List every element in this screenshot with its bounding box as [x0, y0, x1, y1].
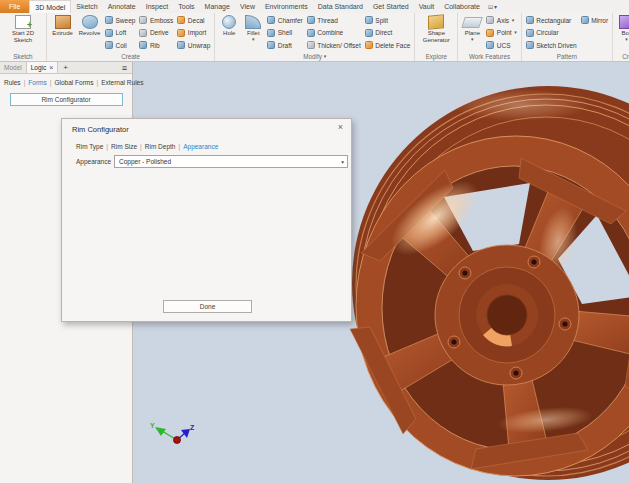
axis-button[interactable]: Axis▾ — [484, 14, 518, 27]
tab-tools[interactable]: Tools — [173, 0, 199, 13]
thread-button[interactable]: Thread — [305, 14, 363, 27]
shape-generator-button[interactable]: Shape Generator — [417, 13, 455, 52]
thread-label: Thread — [317, 17, 338, 24]
circular-pattern-button[interactable]: Circular — [524, 27, 579, 40]
dialog-tabs: Rim Type Rim Size Rim Depth Appearance — [76, 143, 218, 150]
mirror-button[interactable]: Mirror — [579, 14, 610, 27]
extrude-label: Extrude — [52, 30, 73, 37]
ucs-button[interactable]: UCS — [484, 39, 518, 52]
create-section-label: Create — [121, 53, 140, 60]
shape-generator-label: Shape Generator — [417, 30, 455, 43]
tab-get-started[interactable]: Get Started — [368, 0, 414, 13]
z-axis-arrow-icon — [181, 429, 190, 438]
draft-icon — [267, 41, 275, 49]
section-create: Extrude Revolve Sweep Loft Coil Emboss D… — [47, 13, 215, 61]
appearance-dropdown[interactable]: Copper - Polished ▾ — [114, 155, 348, 168]
sketch-driven-button[interactable]: Sketch Driven — [524, 39, 579, 52]
shell-label: Shell — [278, 29, 292, 36]
close-icon[interactable]: × — [49, 64, 53, 71]
shell-icon — [267, 29, 275, 37]
fillet-button[interactable]: Fillet ▾ — [241, 13, 265, 52]
section-work-features: Plane ▾ Axis▾ Point▾ UCS Work Features — [458, 13, 521, 61]
panel-tab-bar: Model Logic × + ≡ — [0, 62, 132, 74]
close-icon[interactable]: × — [338, 122, 343, 132]
add-panel-tab-button[interactable]: + — [58, 63, 73, 72]
unwrap-icon — [177, 41, 185, 49]
dialog-tab-rim-depth[interactable]: Rim Depth — [145, 143, 183, 150]
chamfer-button[interactable]: Chamfer — [265, 14, 304, 27]
rim-configurator-dialog: Rim Configurator × Rim Type Rim Size Rim… — [61, 118, 352, 322]
combine-button[interactable]: Combine — [305, 27, 363, 40]
tab-data-standard[interactable]: Data Standard — [313, 0, 368, 13]
axis-icon — [486, 16, 494, 24]
chevron-down-icon: ▾ — [512, 18, 515, 23]
rib-label: Rib — [150, 42, 160, 49]
subtab-rules[interactable]: Rules — [4, 79, 28, 86]
extrude-button[interactable]: Extrude — [49, 13, 76, 52]
revolve-button[interactable]: Revolve — [76, 13, 103, 52]
tab-collaborate[interactable]: Collaborate — [439, 0, 485, 13]
decal-icon — [177, 16, 185, 24]
appearance-field-row: Appearance Copper - Polished ▾ — [76, 155, 348, 168]
tab-inspect[interactable]: Inspect — [141, 0, 174, 13]
shape-generator-icon — [428, 14, 444, 30]
start-2d-sketch-button[interactable]: Start 2D Sketch — [2, 13, 44, 52]
rib-button[interactable]: Rib — [137, 39, 175, 52]
chevron-down-icon: ▾ — [252, 37, 255, 42]
dialog-tab-appearance[interactable]: Appearance — [183, 143, 218, 150]
delete-face-button[interactable]: Delete Face — [363, 39, 413, 52]
rim-wheel[interactable] — [350, 86, 629, 480]
import-button[interactable]: Import — [175, 27, 212, 40]
tab-view[interactable]: View — [235, 0, 260, 13]
chamfer-icon — [267, 16, 275, 24]
panel-menu-icon[interactable]: ≡ — [117, 63, 132, 73]
plane-button[interactable]: Plane ▾ — [460, 13, 484, 52]
decal-button[interactable]: Decal — [175, 14, 212, 27]
sweep-button[interactable]: Sweep — [103, 14, 137, 27]
tab-file[interactable]: File — [0, 0, 29, 13]
thicken-offset-icon — [307, 41, 315, 49]
subtab-global-forms[interactable]: Global Forms — [54, 79, 101, 86]
subtab-external-rules[interactable]: External Rules — [101, 79, 143, 86]
derive-icon — [139, 29, 147, 37]
hole-button[interactable]: Hole — [217, 13, 241, 52]
panel-tab-model[interactable]: Model — [0, 62, 26, 73]
tab-environments[interactable]: Environments — [260, 0, 313, 13]
shell-button[interactable]: Shell — [265, 27, 304, 40]
axis-label: Axis — [497, 17, 509, 24]
rectangular-pattern-button[interactable]: Rectangular — [524, 14, 579, 27]
tab-manage[interactable]: Manage — [200, 0, 235, 13]
coil-button[interactable]: Coil — [103, 39, 137, 52]
emboss-label: Emboss — [150, 17, 173, 24]
emboss-button[interactable]: Emboss — [137, 14, 175, 27]
tab-3d-model[interactable]: 3D Model — [29, 0, 71, 13]
draft-button[interactable]: Draft — [265, 39, 304, 52]
draft-label: Draft — [278, 42, 292, 49]
derive-button[interactable]: Derive — [137, 27, 175, 40]
done-button[interactable]: Done — [163, 300, 252, 313]
tab-annotate[interactable]: Annotate — [103, 0, 141, 13]
sketch-section-label: Sketch — [13, 53, 32, 60]
import-icon — [177, 29, 185, 37]
tab-vault[interactable]: Vault — [414, 0, 439, 13]
rim-configurator-form-button[interactable]: Rim Configurator — [10, 93, 123, 106]
loft-button[interactable]: Loft — [103, 27, 137, 40]
point-button[interactable]: Point▾ — [484, 27, 518, 40]
modify-section-label[interactable]: Modify — [303, 53, 322, 60]
create-freeform-section-label: Create Freeform — [622, 53, 629, 60]
panel-tab-logic[interactable]: Logic × — [26, 62, 59, 73]
split-button[interactable]: Split — [363, 14, 413, 27]
unwrap-button[interactable]: Unwrap — [175, 39, 212, 52]
tab-sketch[interactable]: Sketch — [71, 0, 102, 13]
work-features-section-label: Work Features — [469, 53, 510, 60]
dialog-tab-rim-type[interactable]: Rim Type — [76, 143, 111, 150]
dialog-tab-rim-size[interactable]: Rim Size — [111, 143, 145, 150]
ribbon-display-toggle[interactable]: ⊡ ▾ — [488, 0, 497, 13]
point-label: Point — [497, 29, 512, 36]
direct-button[interactable]: Direct — [363, 27, 413, 40]
start-2d-sketch-icon — [15, 15, 31, 29]
subtab-forms[interactable]: Forms — [28, 79, 54, 86]
rim-hub — [435, 245, 579, 385]
box-button[interactable]: Box ▾ — [615, 13, 629, 52]
thicken-offset-button[interactable]: Thicken/ Offset — [305, 39, 363, 52]
